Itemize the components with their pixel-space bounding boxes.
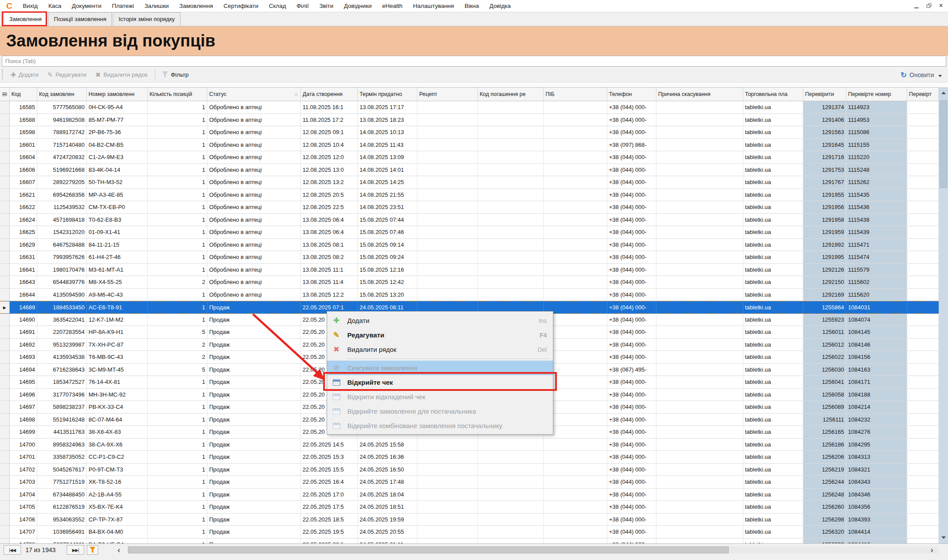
column-header[interactable]: Рецепт [417, 88, 478, 101]
tab-item[interactable]: Історія зміни порядку [113, 12, 180, 26]
menubar-item[interactable]: Вихід [18, 0, 43, 12]
scroll-left-icon[interactable]: ‹ [118, 544, 120, 556]
table-cell: Оброблено в аптеці [207, 289, 301, 301]
table-row[interactable]: 16607289227920550-TH-M3-521Оброблено в а… [0, 176, 939, 189]
table-row[interactable]: 147069534063552CP-TP-7X-871Продаж22.05.2… [0, 514, 939, 526]
menubar-item[interactable]: Залишки [139, 0, 174, 12]
context-menu-item[interactable]: Відкрийте замовлення для постачальника [327, 404, 553, 418]
menubar-item[interactable]: Вікна [459, 0, 484, 12]
menubar-item[interactable]: Склад [264, 0, 291, 12]
column-header[interactable]: Перевірити [803, 88, 846, 101]
table-cell: 2207283554 [37, 326, 87, 338]
column-header[interactable]: Термін придатно [358, 88, 417, 101]
table-row[interactable]: 147056122876519X5-BX-7E-K41Продаж22.05.2… [0, 501, 939, 514]
context-menu-item[interactable]: ✖Видалити рядокDel [327, 342, 553, 357]
table-cell: 1115155 [846, 139, 907, 151]
context-menu-item[interactable]: ✚ДодатиIns [327, 313, 553, 328]
column-header[interactable]: Код погашення ре [478, 88, 544, 101]
menubar-item[interactable]: Звіти [314, 0, 339, 12]
table-row[interactable]: 1658557775650800H-CK-95-A41Оброблено в а… [0, 101, 939, 114]
horizontal-scrollbar-thumb[interactable] [128, 546, 729, 553]
tab-item[interactable]: Позиції замовлення [48, 12, 112, 26]
table-row[interactable]: 147071036956491B4-BX-04-M01Продаж22.05.2… [0, 526, 939, 539]
vertical-scrollbar[interactable] [939, 87, 948, 543]
menubar-item[interactable]: Каса [43, 0, 67, 12]
menubar-item[interactable]: Замовлення [174, 0, 218, 12]
plus-icon: ✚ [11, 71, 16, 78]
restore-button[interactable] [924, 1, 933, 10]
table-row[interactable]: 147046734488450A2-1B-A4-551Продаж22.05.2… [0, 489, 939, 501]
table-row[interactable]: 166244571698418T0-62-E8-B31Оброблено в а… [0, 214, 939, 227]
table-row[interactable]: 166411980170476M3-61-MT-A11Оброблено в а… [0, 264, 939, 276]
column-header[interactable]: Дата створення [301, 88, 358, 101]
table-row[interactable]: 166216954268356MP-A3-4E-851Оброблено в а… [0, 189, 939, 202]
context-menu-item[interactable]: ✎РедагуватиF4 [327, 328, 553, 342]
scroll-down-icon[interactable] [939, 532, 948, 543]
minimize-button[interactable] [912, 1, 921, 10]
close-button[interactable]: × [937, 1, 945, 10]
table-row[interactable]: 1659878891727422P-B6-75-361Оброблено в а… [0, 126, 939, 139]
table-row[interactable]: 166044724720832C1-2A-9M-E31Оброблено в а… [0, 151, 939, 164]
edit-button[interactable]: ✎ Редагувати [43, 68, 91, 81]
tab-active[interactable]: Замовлення [4, 12, 47, 26]
table-row[interactable]: 166436544839776M8-X4-55-252Оброблено в а… [0, 276, 939, 289]
table-row[interactable]: 147013358735052CC-P1-C9-C21Продаж22.05.2… [0, 451, 939, 464]
context-menu-item[interactable]: Відкрити відкладений чек [327, 390, 553, 404]
column-header[interactable]: Кількість позицій [148, 88, 207, 101]
refresh-button[interactable]: ↻ Оновити [901, 69, 942, 81]
scroll-right-icon[interactable]: › [930, 544, 933, 556]
table-row[interactable]: 147025045267617P0-9T-CM-T31Продаж22.05.2… [0, 464, 939, 476]
column-header[interactable]: Перевірте номер [846, 88, 907, 101]
first-record-button[interactable]: |◀◀ [4, 545, 21, 555]
table-cell [478, 439, 544, 451]
column-header[interactable]: Телефон [607, 88, 656, 101]
add-button[interactable]: ✚ Додати [6, 68, 43, 81]
context-menu-item[interactable]: Відкрийте комбіноване замовлення постача… [327, 418, 553, 433]
column-header[interactable]: Причина скасування [656, 88, 743, 101]
column-header[interactable]: Код [10, 88, 37, 101]
table-cell: 1 [148, 114, 207, 126]
scroll-up-icon[interactable] [939, 87, 948, 99]
search-input[interactable] [2, 56, 946, 67]
column-header[interactable]: Номер замовленн [87, 88, 148, 101]
table-row[interactable]: 16606519692166883-4K-04-141Оброблено в а… [0, 164, 939, 177]
table-cell: 1980170476 [37, 264, 87, 276]
menubar-item[interactable]: Платежі [107, 0, 139, 12]
menubar-item[interactable]: Документи [67, 0, 107, 12]
table-row[interactable]: 16588946198250885-M7-PM-771Оброблено в а… [0, 114, 939, 127]
context-menu-item[interactable]: ⊘Скасувати замовлення [327, 361, 553, 375]
table-properties-icon[interactable] [0, 88, 10, 101]
menubar-item[interactable]: Налаштування [408, 0, 459, 12]
table-cell: tabletki.ua [743, 351, 803, 363]
table-cell [907, 326, 939, 338]
vertical-scrollbar-thumb[interactable] [940, 100, 947, 188]
last-record-button[interactable]: ▶▶| [67, 545, 84, 555]
menubar-item[interactable]: Довідка [484, 0, 516, 12]
column-header[interactable]: Код замовлен [37, 88, 87, 101]
column-header[interactable]: Статус△ [207, 88, 301, 101]
table-row[interactable]: 147085867844611BA-B0-HE-B41Продаж22.05.2… [0, 539, 939, 544]
menubar-item[interactable]: Філії [291, 0, 314, 12]
table-row[interactable]: 14700895832496338-CA-9X-X61Продаж22.05.2… [0, 439, 939, 451]
menubar-item[interactable]: Довідники [339, 0, 377, 12]
column-header[interactable]: Перевірт [907, 88, 939, 101]
menubar-item[interactable]: eHealth [377, 0, 408, 12]
table-row[interactable]: 16601715714048004-B2-CM-B51Оброблено в а… [0, 139, 939, 152]
filter-toggle-button[interactable] [87, 545, 98, 555]
delete-button[interactable]: ✖ Видалити рядок [91, 68, 152, 81]
table-row[interactable]: 166221125439532CM-TX-EB-P01Оброблено в а… [0, 201, 939, 214]
table-cell: tabletki.ua [743, 314, 803, 326]
column-header[interactable]: Торговельна пла [743, 88, 803, 101]
table-row[interactable]: 16631799395762661-H4-2T-461Оброблено в а… [0, 251, 939, 264]
table-row[interactable]: 16629646752848884-11-21-151Оброблено в а… [0, 239, 939, 252]
context-menu-item[interactable]: Відкрийте чек [327, 375, 553, 390]
table-row[interactable]: 166444135094590A9-M6-4C-431Оброблено в а… [0, 289, 939, 301]
table-row[interactable]: 16625154231202001-09-X1-411Оброблено в а… [0, 226, 939, 239]
table-row[interactable]: 147037751271519XK-T8-52-161Продаж22.05.2… [0, 476, 939, 489]
column-header[interactable]: ПІБ [544, 88, 607, 101]
menubar-item[interactable]: Сертифікати [218, 0, 264, 12]
filter-button[interactable]: Фільтр [158, 68, 193, 81]
table-cell: Оброблено в аптеці [207, 226, 301, 238]
table-cell [907, 414, 939, 426]
table-cell: 1256011 [803, 326, 846, 338]
